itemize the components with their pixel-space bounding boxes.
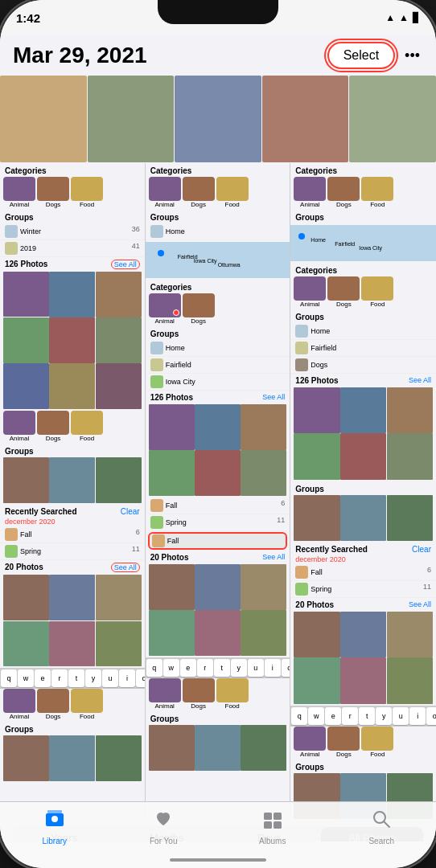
key-u[interactable]: u xyxy=(102,669,118,687)
cat-dogs-2[interactable]: Dogs xyxy=(37,411,69,442)
tab-for-you[interactable]: For You xyxy=(109,809,219,845)
right-key-q[interactable]: q xyxy=(291,707,307,725)
group-photo-thumb[interactable] xyxy=(96,457,142,503)
cat-food-2[interactable]: Food xyxy=(71,411,103,442)
panel-left-photos20-see-all[interactable]: See All xyxy=(111,563,140,572)
cat-right-animal[interactable]: Animal xyxy=(294,177,326,208)
scroll-area[interactable]: Categories Animal Dogs xyxy=(0,76,436,841)
mid-photo-thumb[interactable] xyxy=(195,404,241,450)
right-key-r[interactable]: r xyxy=(342,707,358,725)
cat-mid-dogs[interactable]: Dogs xyxy=(183,177,215,208)
photo-tile[interactable] xyxy=(88,76,175,162)
select-button-wrapper[interactable]: Select xyxy=(327,42,395,69)
photo-tile[interactable] xyxy=(0,76,87,162)
mid-key-e[interactable]: e xyxy=(180,659,196,677)
panel-mid-group-home[interactable]: Home xyxy=(146,223,290,240)
mid-key-o[interactable]: o xyxy=(282,659,290,677)
photo-thumb[interactable] xyxy=(3,317,49,363)
right-group3-thumb[interactable] xyxy=(387,495,433,541)
right-20-thumb[interactable] xyxy=(340,612,386,657)
photo-thumb[interactable] xyxy=(96,363,142,409)
cat-animal-2[interactable]: Animal xyxy=(3,411,35,442)
panel-left-spring[interactable]: Spring 11 xyxy=(0,543,145,560)
photo-20-thumb[interactable] xyxy=(96,621,142,667)
right-photo-thumb[interactable] xyxy=(340,433,386,479)
right-20-thumb[interactable] xyxy=(340,657,386,703)
panel-mid-fall[interactable]: Fall 6 xyxy=(146,497,290,514)
mid-photo-thumb[interactable] xyxy=(149,450,195,496)
mid-key-i[interactable]: i xyxy=(265,659,281,677)
right-20-thumb[interactable] xyxy=(294,657,339,703)
tab-library[interactable]: Library xyxy=(0,809,109,845)
photo-20-thumb[interactable] xyxy=(96,575,142,620)
cat-mid-b-dogs[interactable]: Dogs xyxy=(183,678,215,710)
photo-thumb[interactable] xyxy=(96,272,142,317)
right-photo-thumb[interactable] xyxy=(340,387,386,433)
mid-photo-thumb[interactable] xyxy=(149,404,195,450)
photo-thumb[interactable] xyxy=(49,272,95,317)
mid-photo-thumb[interactable] xyxy=(195,450,241,496)
cat-animal[interactable]: Animal xyxy=(3,177,35,208)
panel-right-group-dogs[interactable]: Dogs xyxy=(290,357,436,374)
panel-right-photos20-see-all[interactable]: See All xyxy=(409,600,431,609)
photo-20-thumb[interactable] xyxy=(49,575,95,620)
mid-key-q[interactable]: q xyxy=(146,659,162,677)
key-o[interactable]: o xyxy=(136,669,145,687)
right-key-e[interactable]: e xyxy=(325,707,341,725)
cat-mid-food[interactable]: Food xyxy=(216,177,249,208)
panel-mid-group-home2[interactable]: Home xyxy=(146,340,290,357)
cat-right-b-food[interactable]: Food xyxy=(361,727,393,758)
key-i[interactable]: i xyxy=(119,669,135,687)
key-t[interactable]: t xyxy=(68,669,84,687)
photo-20-thumb[interactable] xyxy=(3,621,49,667)
mid-key-y[interactable]: y xyxy=(231,659,247,677)
right-key-i[interactable]: i xyxy=(409,707,426,725)
panel-mid-see-all[interactable]: See All xyxy=(262,393,285,402)
group-b-thumb[interactable] xyxy=(49,735,95,781)
photo-tile[interactable] xyxy=(262,76,349,162)
right-photo-thumb[interactable] xyxy=(294,433,339,479)
mid-20-thumb[interactable] xyxy=(241,610,286,656)
photo-thumb[interactable] xyxy=(49,317,95,363)
mid-20-thumb[interactable] xyxy=(195,564,241,610)
cat-right-b-dogs[interactable]: Dogs xyxy=(327,727,360,758)
cat-mid-b-animal[interactable]: Animal xyxy=(149,678,181,710)
panel-left-see-all[interactable]: See All xyxy=(111,260,140,269)
photo-thumb[interactable] xyxy=(96,317,142,363)
panel-right-see-all[interactable]: See All xyxy=(409,376,431,385)
right-key-o[interactable]: o xyxy=(426,707,436,725)
photo-20-thumb[interactable] xyxy=(3,575,49,620)
photo-tile[interactable] xyxy=(349,76,436,162)
right-20-thumb[interactable] xyxy=(387,612,433,657)
tab-search[interactable]: Search xyxy=(327,809,437,845)
photo-thumb[interactable] xyxy=(49,363,95,409)
mid-photo-thumb[interactable] xyxy=(241,450,286,496)
panel-right-fall[interactable]: Fall 6 xyxy=(290,564,436,581)
photo-tile[interactable] xyxy=(175,76,261,162)
key-y[interactable]: y xyxy=(85,669,101,687)
cat-right-dogs[interactable]: Dogs xyxy=(327,177,360,208)
key-e[interactable]: e xyxy=(35,669,51,687)
right-key-y[interactable]: y xyxy=(376,707,392,725)
mid-key-t[interactable]: t xyxy=(214,659,230,677)
cat-mid2-animal[interactable]: Animal xyxy=(149,293,181,325)
panel-left-group-2019[interactable]: 2019 41 xyxy=(0,240,145,257)
cat-right-b-animal[interactable]: Animal xyxy=(294,727,326,758)
mid-20-thumb[interactable] xyxy=(241,564,286,610)
panel-left-rs-clear[interactable]: Clear xyxy=(121,507,140,516)
cat-animal-b[interactable]: Animal xyxy=(3,689,35,720)
panel-mid-group-iowacity[interactable]: Iowa City xyxy=(146,374,290,391)
tab-albums[interactable]: Albums xyxy=(218,809,327,845)
right-20-thumb[interactable] xyxy=(387,657,433,703)
photo-thumb[interactable] xyxy=(3,363,49,409)
cat-right2-dogs[interactable]: Dogs xyxy=(327,276,360,308)
group-b-thumb[interactable] xyxy=(3,735,49,781)
photo-20-thumb[interactable] xyxy=(49,621,95,667)
right-key-u[interactable]: u xyxy=(393,707,409,725)
panel-mid-group-fairfield[interactable]: Fairfield xyxy=(146,357,290,374)
cat-dogs-b[interactable]: Dogs xyxy=(37,689,69,720)
mid-20-thumb[interactable] xyxy=(149,564,195,610)
right-20-thumb[interactable] xyxy=(294,612,339,657)
mid-key-u[interactable]: u xyxy=(248,659,264,677)
key-q[interactable]: q xyxy=(1,669,17,687)
